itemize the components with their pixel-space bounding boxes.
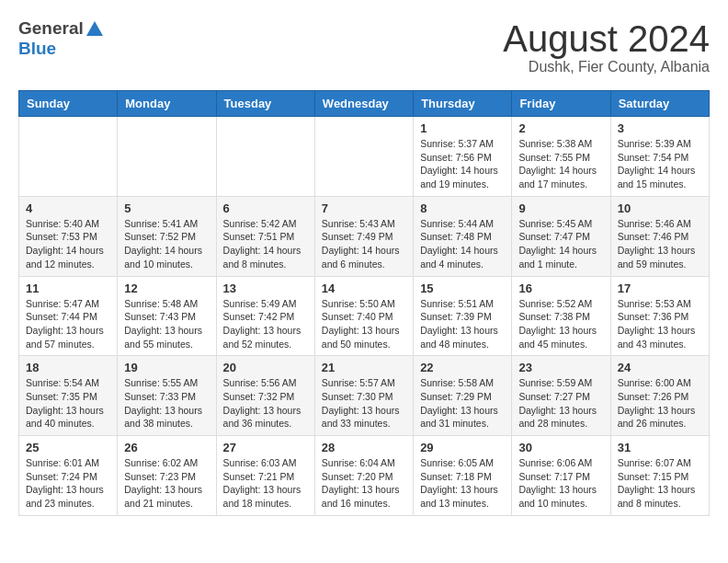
day-number: 8 bbox=[420, 201, 505, 215]
calendar-day-cell: 24Sunrise: 6:00 AM Sunset: 7:26 PM Dayli… bbox=[610, 356, 709, 436]
calendar-day-cell: 23Sunrise: 5:59 AM Sunset: 7:27 PM Dayli… bbox=[512, 356, 610, 436]
day-info: Sunrise: 5:49 AM Sunset: 7:42 PM Dayligh… bbox=[223, 297, 308, 351]
day-info: Sunrise: 5:59 AM Sunset: 7:27 PM Dayligh… bbox=[518, 376, 603, 431]
calendar-day-cell: 14Sunrise: 5:50 AM Sunset: 7:40 PM Dayli… bbox=[314, 276, 413, 356]
day-info: Sunrise: 5:53 AM Sunset: 7:36 PM Dayligh… bbox=[618, 297, 702, 351]
day-info: Sunrise: 5:38 AM Sunset: 7:55 PM Dayligh… bbox=[518, 137, 603, 191]
logo-blue: Blue bbox=[18, 39, 56, 58]
day-info: Sunrise: 5:55 AM Sunset: 7:33 PM Dayligh… bbox=[124, 376, 209, 431]
day-info: Sunrise: 5:40 AM Sunset: 7:53 PM Dayligh… bbox=[26, 217, 110, 271]
day-info: Sunrise: 6:07 AM Sunset: 7:15 PM Dayligh… bbox=[618, 456, 702, 511]
calendar-day-cell: 2Sunrise: 5:38 AM Sunset: 7:55 PM Daylig… bbox=[512, 117, 610, 197]
day-number: 12 bbox=[124, 282, 209, 295]
day-number: 4 bbox=[26, 201, 110, 215]
day-of-week-header: Tuesday bbox=[216, 91, 314, 117]
day-info: Sunrise: 5:39 AM Sunset: 7:54 PM Dayligh… bbox=[618, 137, 702, 191]
day-info: Sunrise: 5:57 AM Sunset: 7:30 PM Dayligh… bbox=[322, 376, 406, 431]
day-info: Sunrise: 5:52 AM Sunset: 7:38 PM Dayligh… bbox=[518, 297, 603, 351]
day-info: Sunrise: 5:56 AM Sunset: 7:32 PM Dayligh… bbox=[223, 376, 308, 431]
day-of-week-header: Wednesday bbox=[314, 91, 413, 117]
day-info: Sunrise: 6:04 AM Sunset: 7:20 PM Dayligh… bbox=[322, 456, 406, 511]
day-number: 19 bbox=[124, 361, 209, 374]
day-number: 23 bbox=[518, 361, 603, 374]
calendar-day-cell bbox=[19, 117, 118, 197]
logo-triangle-icon bbox=[86, 21, 103, 36]
day-number: 17 bbox=[618, 282, 702, 295]
calendar-day-cell: 7Sunrise: 5:43 AM Sunset: 7:49 PM Daylig… bbox=[314, 196, 413, 276]
day-info: Sunrise: 6:01 AM Sunset: 7:24 PM Dayligh… bbox=[26, 456, 110, 511]
day-info: Sunrise: 5:46 AM Sunset: 7:46 PM Dayligh… bbox=[618, 217, 702, 271]
day-number: 7 bbox=[322, 201, 406, 215]
calendar-day-cell: 20Sunrise: 5:56 AM Sunset: 7:32 PM Dayli… bbox=[216, 356, 314, 436]
day-number: 24 bbox=[618, 361, 702, 374]
day-info: Sunrise: 5:44 AM Sunset: 7:48 PM Dayligh… bbox=[420, 217, 505, 271]
logo: General Blue bbox=[18, 18, 103, 59]
day-number: 14 bbox=[322, 282, 406, 295]
day-of-week-header: Sunday bbox=[19, 91, 118, 117]
calendar-day-cell: 15Sunrise: 5:51 AM Sunset: 7:39 PM Dayli… bbox=[414, 276, 512, 356]
calendar-week-row: 18Sunrise: 5:54 AM Sunset: 7:35 PM Dayli… bbox=[19, 356, 710, 436]
day-of-week-header: Thursday bbox=[414, 91, 512, 117]
calendar-day-cell: 12Sunrise: 5:48 AM Sunset: 7:43 PM Dayli… bbox=[118, 276, 216, 356]
day-number: 21 bbox=[322, 361, 406, 374]
day-number: 2 bbox=[518, 121, 603, 135]
day-info: Sunrise: 6:05 AM Sunset: 7:18 PM Dayligh… bbox=[420, 456, 505, 511]
day-number: 3 bbox=[618, 121, 702, 135]
calendar-day-cell bbox=[314, 117, 413, 197]
calendar-day-cell: 11Sunrise: 5:47 AM Sunset: 7:44 PM Dayli… bbox=[19, 276, 118, 356]
day-number: 1 bbox=[420, 121, 505, 135]
calendar-day-cell: 25Sunrise: 6:01 AM Sunset: 7:24 PM Dayli… bbox=[19, 436, 118, 516]
page-header: General Blue August 2024 Dushk, Fier Cou… bbox=[18, 18, 710, 75]
calendar-week-row: 11Sunrise: 5:47 AM Sunset: 7:44 PM Dayli… bbox=[19, 276, 710, 356]
calendar-day-cell: 8Sunrise: 5:44 AM Sunset: 7:48 PM Daylig… bbox=[414, 196, 512, 276]
month-title: August 2024 bbox=[503, 18, 710, 59]
day-number: 16 bbox=[518, 282, 603, 295]
calendar-table: SundayMondayTuesdayWednesdayThursdayFrid… bbox=[18, 90, 710, 516]
calendar-day-cell: 26Sunrise: 6:02 AM Sunset: 7:23 PM Dayli… bbox=[118, 436, 216, 516]
day-info: Sunrise: 6:06 AM Sunset: 7:17 PM Dayligh… bbox=[518, 456, 603, 511]
calendar-day-cell: 21Sunrise: 5:57 AM Sunset: 7:30 PM Dayli… bbox=[314, 356, 413, 436]
calendar-day-cell: 6Sunrise: 5:42 AM Sunset: 7:51 PM Daylig… bbox=[216, 196, 314, 276]
calendar-day-cell: 10Sunrise: 5:46 AM Sunset: 7:46 PM Dayli… bbox=[610, 196, 709, 276]
calendar-header-row: SundayMondayTuesdayWednesdayThursdayFrid… bbox=[19, 91, 710, 117]
day-number: 27 bbox=[223, 441, 308, 454]
calendar-day-cell: 9Sunrise: 5:45 AM Sunset: 7:47 PM Daylig… bbox=[512, 196, 610, 276]
day-info: Sunrise: 6:00 AM Sunset: 7:26 PM Dayligh… bbox=[618, 376, 702, 431]
day-number: 11 bbox=[26, 282, 110, 295]
day-number: 13 bbox=[223, 282, 308, 295]
day-number: 30 bbox=[518, 441, 603, 454]
day-number: 15 bbox=[420, 282, 505, 295]
day-info: Sunrise: 5:37 AM Sunset: 7:56 PM Dayligh… bbox=[420, 137, 505, 191]
day-number: 22 bbox=[420, 361, 505, 374]
calendar-day-cell: 5Sunrise: 5:41 AM Sunset: 7:52 PM Daylig… bbox=[118, 196, 216, 276]
calendar-day-cell bbox=[118, 117, 216, 197]
calendar-week-row: 1Sunrise: 5:37 AM Sunset: 7:56 PM Daylig… bbox=[19, 117, 710, 197]
calendar-week-row: 4Sunrise: 5:40 AM Sunset: 7:53 PM Daylig… bbox=[19, 196, 710, 276]
day-number: 9 bbox=[518, 201, 603, 215]
day-info: Sunrise: 5:51 AM Sunset: 7:39 PM Dayligh… bbox=[420, 297, 505, 351]
calendar-day-cell: 3Sunrise: 5:39 AM Sunset: 7:54 PM Daylig… bbox=[610, 117, 709, 197]
day-info: Sunrise: 5:50 AM Sunset: 7:40 PM Dayligh… bbox=[322, 297, 406, 351]
day-number: 20 bbox=[223, 361, 308, 374]
day-of-week-header: Saturday bbox=[610, 91, 709, 117]
day-number: 31 bbox=[618, 441, 702, 454]
calendar-day-cell: 1Sunrise: 5:37 AM Sunset: 7:56 PM Daylig… bbox=[414, 117, 512, 197]
day-info: Sunrise: 5:45 AM Sunset: 7:47 PM Dayligh… bbox=[518, 217, 603, 271]
day-info: Sunrise: 5:58 AM Sunset: 7:29 PM Dayligh… bbox=[420, 376, 505, 431]
calendar-day-cell: 17Sunrise: 5:53 AM Sunset: 7:36 PM Dayli… bbox=[610, 276, 709, 356]
day-info: Sunrise: 5:43 AM Sunset: 7:49 PM Dayligh… bbox=[322, 217, 406, 271]
calendar-day-cell: 29Sunrise: 6:05 AM Sunset: 7:18 PM Dayli… bbox=[414, 436, 512, 516]
day-info: Sunrise: 6:02 AM Sunset: 7:23 PM Dayligh… bbox=[124, 456, 209, 511]
day-number: 28 bbox=[322, 441, 406, 454]
calendar-day-cell: 13Sunrise: 5:49 AM Sunset: 7:42 PM Dayli… bbox=[216, 276, 314, 356]
day-info: Sunrise: 6:03 AM Sunset: 7:21 PM Dayligh… bbox=[223, 456, 308, 511]
day-info: Sunrise: 5:42 AM Sunset: 7:51 PM Dayligh… bbox=[223, 217, 308, 271]
calendar-day-cell: 22Sunrise: 5:58 AM Sunset: 7:29 PM Dayli… bbox=[414, 356, 512, 436]
calendar-day-cell: 27Sunrise: 6:03 AM Sunset: 7:21 PM Dayli… bbox=[216, 436, 314, 516]
day-number: 5 bbox=[124, 201, 209, 215]
calendar-day-cell: 28Sunrise: 6:04 AM Sunset: 7:20 PM Dayli… bbox=[314, 436, 413, 516]
day-number: 29 bbox=[420, 441, 505, 454]
location-title: Dushk, Fier County, Albania bbox=[503, 59, 710, 75]
calendar-day-cell: 16Sunrise: 5:52 AM Sunset: 7:38 PM Dayli… bbox=[512, 276, 610, 356]
day-number: 26 bbox=[124, 441, 209, 454]
